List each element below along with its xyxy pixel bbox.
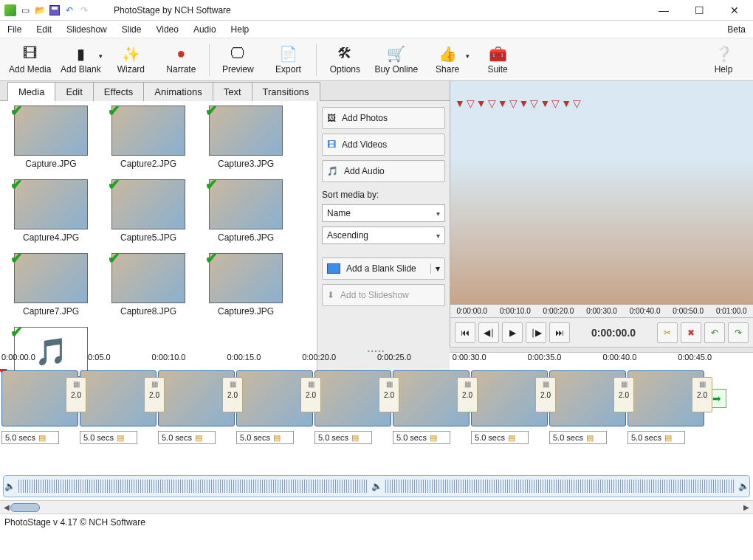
media-thumb[interactable]: ✔Capture9.JPG xyxy=(198,253,294,324)
clip-duration[interactable]: 5.0 secs ▤ xyxy=(1,431,59,444)
menu-edit[interactable]: Edit xyxy=(33,23,55,36)
media-thumb[interactable]: ✔Capture2.JPG xyxy=(100,106,196,176)
clip-duration[interactable]: 5.0 secs ▤ xyxy=(236,431,294,444)
transition-marker[interactable]: 2.0 xyxy=(379,377,399,412)
timeline-clip[interactable]: 2.05.0 secs ▤ xyxy=(393,370,470,444)
menu-audio[interactable]: Audio xyxy=(190,23,219,36)
next-frame-button[interactable]: ∣▶ xyxy=(526,322,546,343)
maximize-button[interactable]: ☐ xyxy=(688,4,710,16)
tab-media[interactable]: Media xyxy=(7,82,55,101)
share-button[interactable]: 👍Share▾ xyxy=(422,39,472,80)
prev-frame-button[interactable]: ◀∣ xyxy=(478,322,499,343)
transition-marker[interactable]: 2.0 xyxy=(222,377,243,412)
timeline-tick: 0:00:15.0 xyxy=(227,353,302,362)
transition-marker[interactable]: 2.0 xyxy=(457,377,478,412)
timeline-clip[interactable]: 2.05.0 secs ▤ xyxy=(471,370,548,444)
clip-duration[interactable]: 5.0 secs ▤ xyxy=(80,431,137,444)
suite-button[interactable]: 🧰Suite xyxy=(472,39,523,80)
add-audio-button[interactable]: 🎵 Add Audio xyxy=(322,160,445,182)
menu-video[interactable]: Video xyxy=(153,23,181,36)
media-thumb[interactable]: ✔Capture4.JPG xyxy=(3,179,99,250)
thumb-caption: Capture5.JPG xyxy=(120,232,176,243)
redo-player-button[interactable]: ↷ xyxy=(728,322,749,343)
clip-duration[interactable]: 5.0 secs ▤ xyxy=(158,431,216,444)
transition-marker[interactable]: 2.0 xyxy=(535,377,556,412)
transition-marker[interactable]: 2.0 xyxy=(692,377,712,412)
timeline-tick: 0:00:05.0 xyxy=(77,353,152,362)
add-media-button[interactable]: 🎞Add Media xyxy=(4,39,55,80)
timeline-scrollbar[interactable]: ◀ ▶ xyxy=(0,500,753,514)
minimize-button[interactable]: — xyxy=(653,4,675,16)
media-thumb[interactable]: ✔Capture8.JPG xyxy=(100,253,196,324)
timeline-clip[interactable]: 2.05.0 secs ▤ xyxy=(549,370,626,444)
help-button[interactable]: ❔Help xyxy=(698,39,749,80)
add-blank-button[interactable]: ▮Add Blank▾ xyxy=(55,39,106,80)
timeline-clip[interactable]: 2.05.0 secs ▤ xyxy=(1,370,78,444)
menu-slideshow[interactable]: Slideshow xyxy=(63,23,110,36)
menu-help[interactable]: Help xyxy=(228,23,252,36)
sort-order-value: Ascending xyxy=(327,230,368,241)
last-frame-button[interactable]: ⏭ xyxy=(549,322,570,343)
menu-file[interactable]: File xyxy=(4,23,24,36)
sort-field-select[interactable]: Name ▾ xyxy=(322,204,445,222)
timeline-tick: 0:00:25.0 xyxy=(377,353,453,362)
timeline-clip[interactable]: 2.05.0 secs ▤ xyxy=(628,370,704,444)
tab-text[interactable]: Text xyxy=(213,82,252,101)
tab-animations[interactable]: Animations xyxy=(143,82,213,101)
media-thumb[interactable]: ✔Capture7.JPG xyxy=(3,253,99,324)
clip-duration[interactable]: 5.0 secs ▤ xyxy=(628,431,685,444)
timeline-clip[interactable]: 2.05.0 secs ▤ xyxy=(158,370,235,444)
delete-button[interactable]: ✖ xyxy=(681,322,701,343)
add-blank-slide-button[interactable]: Add a Blank Slide ▾ xyxy=(322,257,445,280)
save-icon[interactable] xyxy=(49,4,61,16)
timeline[interactable]: 2.05.0 secs ▤2.05.0 secs ▤2.05.0 secs ▤2… xyxy=(0,367,753,475)
options-button[interactable]: 🛠Options xyxy=(320,39,370,80)
menu-beta[interactable]: Beta xyxy=(724,23,749,36)
narrate-button[interactable]: ●Narrate xyxy=(156,39,206,80)
wizard-button[interactable]: ✨Wizard xyxy=(106,39,156,80)
timeline-tick: 0:00:35.0 xyxy=(528,353,603,362)
add-videos-button[interactable]: 🎞 Add Videos xyxy=(322,134,445,156)
redo-icon[interactable]: ↷ xyxy=(78,4,90,16)
first-frame-button[interactable]: ⏮ xyxy=(455,322,475,343)
transition-marker[interactable]: 2.0 xyxy=(300,377,321,412)
scroll-right-icon[interactable]: ▶ xyxy=(741,503,752,511)
transition-marker[interactable]: 2.0 xyxy=(66,377,86,412)
clip-duration[interactable]: 5.0 secs ▤ xyxy=(471,431,529,444)
tab-effects[interactable]: Effects xyxy=(93,82,145,101)
transition-marker[interactable]: 2.0 xyxy=(613,377,634,412)
image-thumbnail: ✔ xyxy=(111,253,185,303)
sort-order-select[interactable]: Ascending ▾ xyxy=(322,227,445,244)
play-button[interactable]: ▶ xyxy=(502,322,523,343)
timeline-clip[interactable]: 2.05.0 secs ▤ xyxy=(314,370,391,444)
close-button[interactable]: ✕ xyxy=(723,4,746,16)
export-button[interactable]: 📄Export xyxy=(263,39,313,80)
undo-icon[interactable]: ↶ xyxy=(63,4,75,16)
clip-duration[interactable]: 5.0 secs ▤ xyxy=(549,431,607,444)
clip-duration[interactable]: 5.0 secs ▤ xyxy=(393,431,450,444)
media-thumb[interactable]: ✔Capture5.JPG xyxy=(100,179,196,250)
add-photos-button[interactable]: 🖼 Add Photos xyxy=(322,107,445,129)
menu-slide[interactable]: Slide xyxy=(119,23,145,36)
media-thumb[interactable]: ✔Capture3.JPG xyxy=(198,106,294,176)
preview-button[interactable]: 🖵Preview xyxy=(213,39,263,80)
scroll-thumb[interactable] xyxy=(10,503,40,512)
transition-marker[interactable]: 2.0 xyxy=(144,377,165,412)
cut-button[interactable]: ✂ xyxy=(657,322,678,343)
open-icon[interactable]: 📂 xyxy=(34,4,46,16)
audio-track[interactable]: 🔈 🔈 🔈 xyxy=(3,475,750,497)
dropdown-arrow-icon[interactable]: ▾ xyxy=(430,263,440,274)
buy-online-button[interactable]: 🛒Buy Online xyxy=(370,39,422,80)
tab-transitions[interactable]: Transitions xyxy=(252,82,320,101)
scroll-left-icon[interactable]: ◀ xyxy=(1,503,12,511)
timeline-clip[interactable]: 2.05.0 secs ▤ xyxy=(236,370,313,444)
preview-ruler[interactable]: 0:00:00.00:00:10.00:00:20.00:00:30.00:00… xyxy=(450,304,753,317)
timeline-clip[interactable]: 2.05.0 secs ▤ xyxy=(80,370,157,444)
new-icon[interactable]: ▭ xyxy=(19,4,31,16)
tab-edit[interactable]: Edit xyxy=(55,82,93,101)
clip-duration[interactable]: 5.0 secs ▤ xyxy=(314,431,372,444)
preview-label: Preview xyxy=(222,64,254,75)
media-thumb[interactable]: ✔Capture.JPG xyxy=(3,106,99,176)
media-thumb[interactable]: ✔Capture6.JPG xyxy=(198,179,294,250)
undo-player-button[interactable]: ↶ xyxy=(704,322,725,343)
